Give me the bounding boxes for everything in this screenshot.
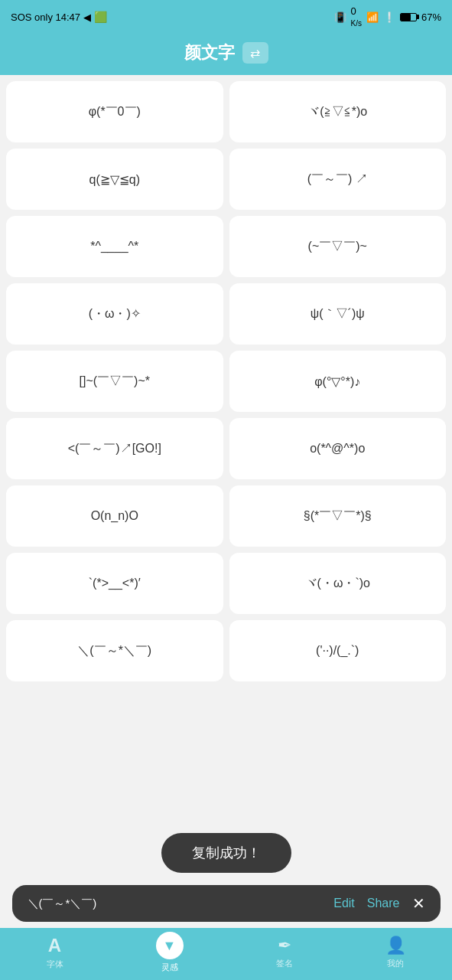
- kaomoji-cell[interactable]: ヾ(≧▽≦*)o: [229, 81, 447, 142]
- kaomoji-cell[interactable]: `(*>__<*)′: [6, 553, 223, 614]
- status-bar: SOS only 14:47 ◀ 🟩 📳 0K/s 📶 ❕ 67%: [0, 0, 452, 34]
- kaomoji-cell[interactable]: §(*￣▽￣*)§: [229, 485, 447, 547]
- header-title: 颜文字: [184, 41, 235, 64]
- nav-item-inspire[interactable]: ▼ 灵感: [156, 932, 184, 973]
- sim-icon: 🟩: [94, 11, 107, 23]
- kaomoji-cell[interactable]: ('··)/(_.`): [229, 620, 447, 681]
- kaomoji-cell[interactable]: <(￣～￣)↗[GO!]: [6, 418, 223, 479]
- kaomoji-cell[interactable]: (￣～￣) ↗: [229, 149, 447, 210]
- status-text-left: SOS only 14:47: [11, 11, 80, 23]
- nav-label-font: 字体: [47, 959, 63, 970]
- kaomoji-cell[interactable]: φ(*￣0￣): [6, 81, 223, 142]
- kaomoji-cell[interactable]: []~(￣▽￣)~*: [6, 351, 223, 412]
- font-icon: A: [48, 935, 61, 956]
- popup-kaomoji-text: ＼(￣～*＼￣): [28, 897, 327, 911]
- location-icon: ◀: [83, 11, 91, 23]
- edit-button[interactable]: Edit: [333, 897, 355, 910]
- bottom-navigation: A 字体 ▼ 灵感 ✒ 签名 👤 我的: [0, 928, 452, 980]
- kaomoji-cell[interactable]: ヾ(・ω・`)o: [229, 553, 447, 614]
- kaomoji-cell[interactable]: φ(°▽°*)♪: [229, 351, 447, 412]
- inspire-icon: ▼: [156, 932, 184, 959]
- mine-icon: 👤: [385, 936, 406, 956]
- battery-percent: 67%: [421, 11, 441, 23]
- nav-item-sign[interactable]: ✒ 签名: [276, 936, 293, 969]
- nav-label-inspire: 灵感: [161, 962, 178, 973]
- refresh-icon[interactable]: ⇄: [242, 42, 268, 64]
- alert-icon: ❕: [383, 11, 395, 23]
- kaomoji-cell[interactable]: ψ(｀▽´)ψ: [229, 283, 447, 345]
- kaomoji-grid: φ(*￣0￣)ヾ(≧▽≦*)oq(≧▽≦q)(￣～￣) ↗*^____^*(~￣…: [0, 75, 452, 688]
- kaomoji-cell[interactable]: O(n_n)O: [6, 485, 223, 547]
- kaomoji-cell[interactable]: (・ω・)✧: [6, 283, 223, 345]
- close-popup-button[interactable]: ✕: [412, 896, 425, 911]
- copy-popup: ＼(￣～*＼￣) Edit Share ✕: [12, 885, 441, 922]
- share-button[interactable]: Share: [367, 897, 400, 910]
- copy-success-toast: 复制成功！: [161, 833, 291, 873]
- vibrate-icon: 📳: [334, 11, 346, 23]
- popup-actions: Edit Share ✕: [333, 896, 424, 911]
- kaomoji-cell[interactable]: o(*^@^*)o: [229, 418, 447, 479]
- nav-item-mine[interactable]: 👤 我的: [385, 936, 406, 969]
- kaomoji-cell[interactable]: (~￣▽￣)~: [229, 216, 447, 277]
- signal-strength: 0K/s: [351, 5, 362, 28]
- nav-label-sign: 签名: [276, 958, 293, 969]
- kaomoji-cell[interactable]: q(≧▽≦q): [6, 149, 223, 210]
- nav-label-mine: 我的: [387, 958, 404, 969]
- sign-icon: ✒: [278, 936, 291, 956]
- battery-icon: [400, 13, 417, 21]
- kaomoji-cell[interactable]: ＼(￣～*＼￣): [6, 620, 223, 681]
- kaomoji-cell[interactable]: *^____^*: [6, 216, 223, 277]
- app-header: 颜文字 ⇄: [0, 34, 452, 75]
- nav-item-font[interactable]: A 字体: [47, 935, 63, 970]
- wifi-icon: 📶: [366, 11, 379, 23]
- status-left: SOS only 14:47 ◀ 🟩: [11, 11, 107, 23]
- status-right: 📳 0K/s 📶 ❕ 67%: [334, 5, 441, 28]
